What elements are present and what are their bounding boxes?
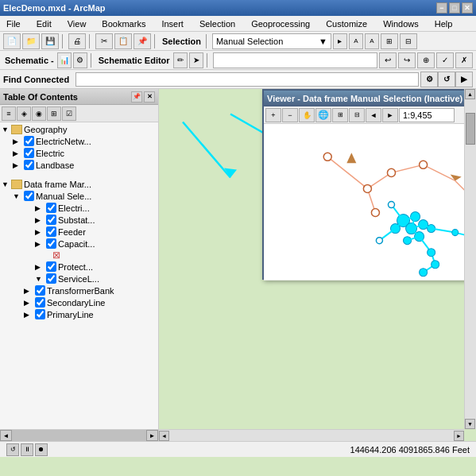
toc-source-btn[interactable]: ◈ [17,106,31,121]
expand-electric-icon[interactable]: ▶ [13,149,22,157]
toc-servicel-item[interactable]: ▼ ServiceL... [33,273,158,284]
scroll-left-arrow[interactable]: ◄ [159,431,169,441]
scroll-right-arrow[interactable]: ► [454,431,464,441]
menu-help[interactable]: Help [431,18,456,29]
toc-pin-button[interactable]: 📌 [131,91,142,103]
ed-btn7[interactable]: ✗ [455,52,473,68]
find-btn2[interactable]: ↺ [438,72,455,87]
capacit-checkbox[interactable] [46,238,56,249]
toc-close-button[interactable]: ✕ [144,91,155,103]
expand-electricnetw-icon[interactable]: ▶ [13,137,22,145]
select-btn3[interactable]: A [365,33,379,49]
expand-capacit-icon[interactable]: ▶ [35,240,45,248]
cut-button[interactable]: ✂ [95,33,113,49]
menu-insert[interactable]: Insert [158,18,187,29]
toc-sel-btn[interactable]: ☑ [62,106,76,121]
viewer-back-btn[interactable]: ◄ [366,108,381,122]
viewer-zoom-out-btn[interactable]: − [282,108,298,122]
menu-edit[interactable]: Edit [33,18,55,29]
expand-dataframe-icon[interactable]: ▼ [2,180,11,188]
select-btn4[interactable]: ⊞ [381,33,398,49]
expand-electri-icon[interactable]: ▶ [35,204,45,212]
transformerbank-checkbox[interactable] [35,285,45,296]
electricnetw-checkbox[interactable] [24,136,34,146]
toc-secondaryline-item[interactable]: ▶ SecondaryLine [22,296,158,308]
expand-secondaryline-icon[interactable]: ▶ [24,299,33,307]
select-btn2[interactable]: A [349,33,363,49]
viewer-full-extent-btn[interactable]: ⊟ [349,108,365,122]
paste-button[interactable]: 📌 [134,33,151,49]
menu-view[interactable]: View [64,18,90,29]
menu-file[interactable]: File [3,18,24,29]
scroll-down-arrow[interactable]: ▼ [465,419,475,429]
find-connected-input[interactable] [75,72,419,87]
menu-bookmarks[interactable]: Bookmarks [99,18,149,29]
manual-selection-dropdown[interactable]: Manual Selection ▼ [212,33,331,49]
expand-geography-icon[interactable]: ▼ [2,126,11,134]
expand-servicel-icon[interactable]: ▼ [35,275,45,283]
expand-protect-icon[interactable]: ▶ [35,263,45,271]
new-button[interactable]: 📄 [3,33,21,49]
viewer-pan-btn[interactable]: ✋ [299,108,315,122]
toc-dataframe-item[interactable]: ▼ Data frame Mar... [0,179,158,190]
toc-display-btn[interactable]: ◉ [32,106,46,121]
select-btn1[interactable]: ▸ [333,33,347,49]
editor-dropdown[interactable] [213,52,377,68]
progress-pause-btn[interactable]: ⏸ [21,443,33,456]
feeder-checkbox[interactable] [46,226,56,237]
secondaryline-checkbox[interactable] [35,297,45,308]
menu-geoprocessing[interactable]: Geoprocessing [248,18,313,29]
toc-transformerbank-item[interactable]: ▶ TransformerBank [22,284,158,296]
toc-electricnetw-item[interactable]: ▶ ElectricNetw... [11,135,158,147]
primaryline-checkbox[interactable] [35,309,45,319]
viewer-extent-btn[interactable]: ⊞ [332,108,348,122]
scroll-thumb-vertical[interactable] [466,113,475,145]
close-button[interactable]: ✕ [462,2,473,14]
expand-manualsele-icon[interactable]: ▼ [13,192,22,200]
ed-btn1[interactable]: ✏ [173,52,188,68]
viewer-globe-btn[interactable]: 🌐 [315,108,331,122]
menu-selection[interactable]: Selection [196,18,238,29]
ed-btn2[interactable]: ➤ [189,52,203,68]
electric-checkbox[interactable] [24,148,34,158]
landbase-checkbox[interactable] [24,160,34,170]
toc-feeder-item[interactable]: ▶ Feeder [33,226,158,238]
save-button[interactable]: 💾 [41,33,59,49]
open-button[interactable]: 📁 [22,33,40,49]
sch-btn1[interactable]: 📊 [57,52,72,68]
toc-geography-item[interactable]: ▼ Geography [0,124,158,135]
ed-btn6[interactable]: ✓ [436,52,454,68]
toc-capacit-item[interactable]: ▶ Capacit... [33,238,158,250]
expand-substat-icon[interactable]: ▶ [35,216,45,224]
scroll-up-arrow[interactable]: ▲ [465,89,475,99]
progress-record-btn[interactable]: ⏺ [35,443,48,456]
substat-checkbox[interactable] [46,215,56,225]
ed-btn5[interactable]: ⊕ [417,52,435,68]
sch-btn2[interactable]: ⚙ [73,52,87,68]
toc-landbase-item[interactable]: ▶ Landbase [11,159,158,171]
expand-primaryline-icon[interactable]: ▶ [24,311,33,319]
protect-checkbox[interactable] [46,261,56,272]
maximize-button[interactable]: □ [449,2,460,14]
ed-btn4[interactable]: ↪ [398,52,416,68]
toc-group-btn[interactable]: ⊞ [47,106,61,121]
copy-button[interactable]: 📋 [114,33,132,49]
menu-customize[interactable]: Customize [323,18,370,29]
find-btn1[interactable]: ⚙ [420,72,438,87]
viewer-forward-btn[interactable]: ► [382,108,398,122]
expand-feeder-icon[interactable]: ▶ [35,228,45,236]
manualsele-checkbox[interactable] [24,191,34,201]
minimize-button[interactable]: − [436,2,447,14]
toc-protect-item[interactable]: ▶ Protect... [33,261,158,273]
menu-windows[interactable]: Windows [380,18,422,29]
expand-transformerbank-icon[interactable]: ▶ [24,287,33,295]
progress-restart-btn[interactable]: ↺ [6,443,19,456]
toc-primaryline-item[interactable]: ▶ PrimaryLine [22,308,158,320]
ed-btn3[interactable]: ↩ [379,52,397,68]
expand-landbase-icon[interactable]: ▶ [13,161,22,169]
toc-scroll-right-btn[interactable]: ► [146,430,158,441]
toc-electri-item[interactable]: ▶ Electri... [33,202,158,214]
toc-scroll-thumb[interactable] [12,430,146,441]
toc-scroll-left-btn[interactable]: ◄ [0,430,12,441]
toc-substat-item[interactable]: ▶ Substat... [33,214,158,226]
